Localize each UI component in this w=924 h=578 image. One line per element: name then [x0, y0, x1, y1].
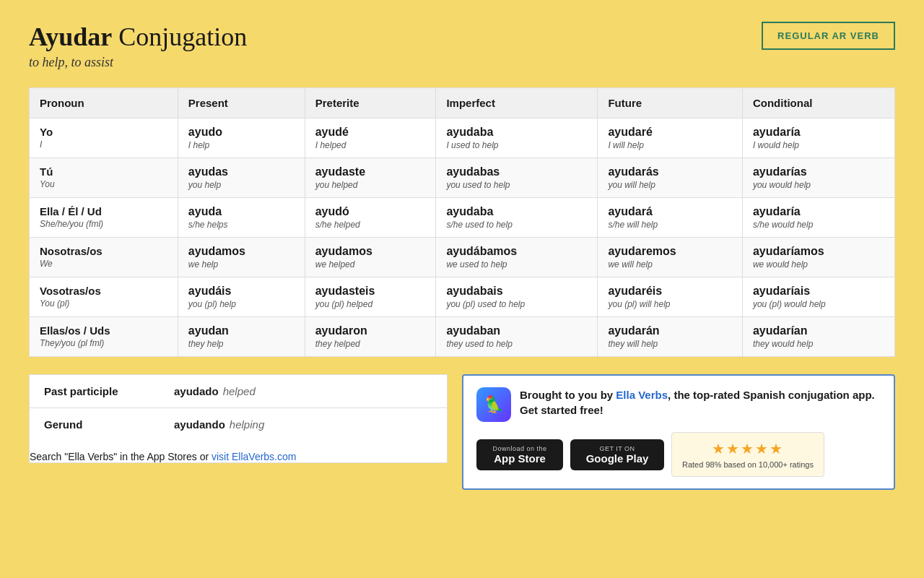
- conjugation-table: Pronoun Present Preterite Imperfect Futu…: [29, 87, 895, 357]
- gerund-row: Gerund ayudandohelping: [30, 408, 447, 441]
- table-row: Ellas/os / Uds They/you (pl fml) ayudan …: [30, 317, 895, 357]
- pronoun-cell: Yo I: [30, 118, 178, 158]
- present-cell: ayudo I help: [178, 118, 305, 158]
- rating-box: ★★★★★ Rated 98% based on 10,000+ ratings: [671, 432, 824, 477]
- title-block: Ayudar Conjugation to help, to assist: [29, 22, 247, 70]
- future-cell: ayudaréis you (pl) will help: [598, 277, 742, 317]
- rating-text: Rated 98% based on 10,000+ ratings: [682, 460, 814, 469]
- imperfect-cell: ayudabas you used to help: [436, 158, 598, 198]
- present-cell: ayudan they help: [178, 317, 305, 357]
- conditional-cell: ayudaríamos we would help: [742, 238, 894, 277]
- future-cell: ayudará s/he will help: [598, 198, 742, 238]
- preterite-cell: ayudaron they helped: [305, 317, 436, 357]
- table-row: Yo I ayudo I help ayudé I helped ayudaba…: [30, 118, 895, 158]
- imperfect-cell: ayudábamos we used to help: [436, 238, 598, 277]
- present-cell: ayudamos we help: [178, 238, 305, 277]
- imperfect-cell: ayudaba I used to help: [436, 118, 598, 158]
- search-footer: Search "Ella Verbs" in the App Stores or…: [30, 451, 447, 462]
- app-store-button[interactable]: Download on the App Store: [476, 439, 563, 470]
- preterite-cell: ayudaste you helped: [305, 158, 436, 198]
- preterite-cell: ayudó s/he helped: [305, 198, 436, 238]
- preterite-cell: ayudé I helped: [305, 118, 436, 158]
- conditional-cell: ayudaríais you (pl) would help: [742, 277, 894, 317]
- past-participle-label: Past participle: [30, 375, 160, 408]
- page-header: Ayudar Conjugation to help, to assist RE…: [29, 22, 895, 70]
- app-store-small-text: Download on the: [492, 445, 546, 452]
- table-row: Nosotras/os We ayudamos we help ayudamos…: [30, 238, 895, 277]
- pronoun-cell: Nosotras/os We: [30, 238, 178, 277]
- gerund-label: Gerund: [30, 408, 160, 441]
- pronoun-cell: Tú You: [30, 158, 178, 198]
- past-participle-value: ayudadohelped: [160, 375, 447, 408]
- promo-card: 🦜 Brought to you by Ella Verbs, the top-…: [462, 374, 895, 490]
- app-store-big-text: App Store: [494, 452, 546, 465]
- col-header-conditional: Conditional: [742, 88, 894, 118]
- col-header-pronoun: Pronoun: [30, 88, 178, 118]
- imperfect-cell: ayudabais you (pl) used to help: [436, 277, 598, 317]
- preterite-cell: ayudasteis you (pl) helped: [305, 277, 436, 317]
- gerund-value: ayudandohelping: [160, 408, 447, 441]
- col-header-present: Present: [178, 88, 305, 118]
- page-title: Ayudar Conjugation: [29, 22, 247, 52]
- google-play-button[interactable]: GET IT ON Google Play: [570, 439, 664, 470]
- promo-header: 🦜 Brought to you by Ella Verbs, the top-…: [476, 387, 881, 422]
- future-cell: ayudarás you will help: [598, 158, 742, 198]
- promo-buttons: Download on the App Store GET IT ON Goog…: [476, 432, 881, 477]
- table-row: Vosotras/os You (pl) ayudáis you (pl) he…: [30, 277, 895, 317]
- pronoun-cell: Ella / Él / Ud She/he/you (fml): [30, 198, 178, 238]
- page-subtitle: to help, to assist: [29, 55, 247, 70]
- promo-app-icon: 🦜: [476, 387, 511, 422]
- ella-verbs-link[interactable]: visit EllaVerbs.com: [212, 451, 296, 462]
- col-header-preterite: Preterite: [305, 88, 436, 118]
- future-cell: ayudaré I will help: [598, 118, 742, 158]
- imperfect-cell: ayudaban they used to help: [436, 317, 598, 357]
- pronoun-cell: Vosotras/os You (pl): [30, 277, 178, 317]
- star-rating: ★★★★★: [682, 440, 814, 457]
- preterite-cell: ayudamos we helped: [305, 238, 436, 277]
- ella-verbs-brand-link[interactable]: Ella Verbs: [616, 389, 668, 401]
- present-cell: ayudáis you (pl) help: [178, 277, 305, 317]
- pronoun-cell: Ellas/os / Uds They/you (pl fml): [30, 317, 178, 357]
- conditional-cell: ayudarías you would help: [742, 158, 894, 198]
- table-row: Tú You ayudas you help ayudaste you help…: [30, 158, 895, 198]
- past-participle-row: Past participle ayudadohelped: [30, 375, 447, 408]
- imperfect-cell: ayudaba s/he used to help: [436, 198, 598, 238]
- promo-description: Brought to you by Ella Verbs, the top-ra…: [520, 387, 881, 418]
- col-header-imperfect: Imperfect: [436, 88, 598, 118]
- google-play-small-text: GET IT ON: [599, 445, 635, 452]
- verb-type-badge: REGULAR AR VERB: [762, 22, 895, 50]
- conditional-cell: ayudarían they would help: [742, 317, 894, 357]
- google-play-big-text: Google Play: [586, 452, 649, 465]
- future-cell: ayudaremos we will help: [598, 238, 742, 277]
- present-cell: ayudas you help: [178, 158, 305, 198]
- col-header-future: Future: [598, 88, 742, 118]
- future-cell: ayudarán they will help: [598, 317, 742, 357]
- participle-gerund-card: Past participle ayudadohelped Gerund ayu…: [29, 374, 448, 463]
- conditional-cell: ayudaría s/he would help: [742, 198, 894, 238]
- table-row: Ella / Él / Ud She/he/you (fml) ayuda s/…: [30, 198, 895, 238]
- present-cell: ayuda s/he helps: [178, 198, 305, 238]
- bottom-section: Past participle ayudadohelped Gerund ayu…: [29, 374, 895, 490]
- conditional-cell: ayudaría I would help: [742, 118, 894, 158]
